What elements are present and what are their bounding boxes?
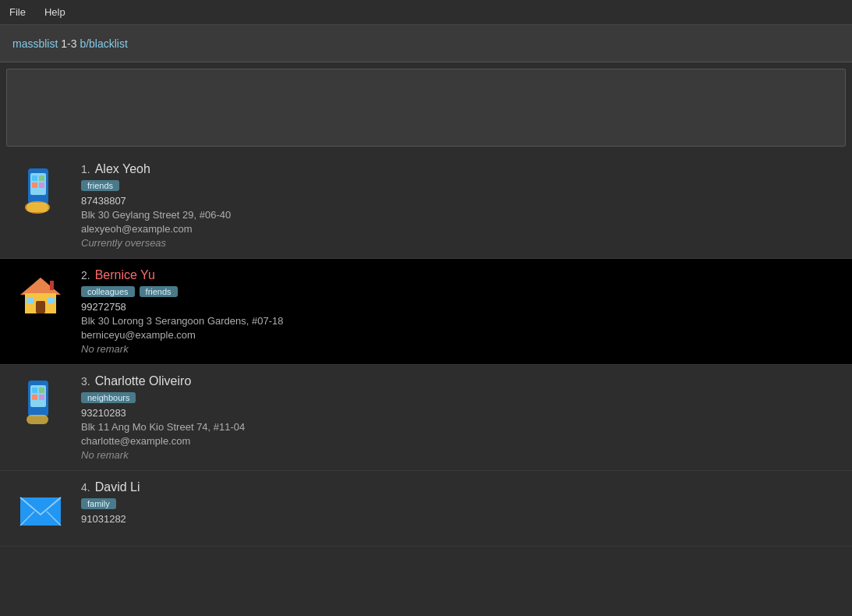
- contact-phone: 99272758: [81, 301, 840, 313]
- svg-rect-17: [32, 388, 37, 393]
- tag-neighbours: neighbours: [81, 392, 136, 403]
- contact-index: 1.: [81, 163, 90, 175]
- tag-friends: friends: [140, 286, 178, 297]
- svg-rect-18: [39, 388, 44, 393]
- contact-phone: 87438807: [81, 195, 840, 207]
- contact-remark: No remark: [81, 449, 840, 461]
- contact-info: 2. Bernice Yu colleagues friends 9927275…: [81, 268, 840, 355]
- contact-address: Blk 30 Lorong 3 Serangoon Gardens, #07-1…: [81, 315, 840, 327]
- svg-rect-3: [27, 203, 48, 212]
- contact-list: 1. Alex Yeoh friends 87438807 Blk 30 Gey…: [0, 153, 852, 547]
- contact-phone: 93210283: [81, 407, 840, 419]
- menu-bar: File Help: [0, 0, 852, 25]
- contact-tags: neighbours: [81, 392, 840, 403]
- preview-area: [6, 69, 846, 147]
- svg-rect-19: [32, 395, 37, 400]
- breadcrumb-bar: massblist 1-3 b/blacklist: [0, 25, 852, 62]
- svg-rect-5: [39, 175, 44, 181]
- table-row[interactable]: 1. Alex Yeoh friends 87438807 Blk 30 Gey…: [0, 153, 852, 259]
- breadcrumb-range: 1-3: [58, 37, 80, 50]
- contact-index: 4.: [81, 481, 90, 494]
- svg-rect-20: [39, 395, 44, 400]
- contact-info: 1. Alex Yeoh friends 87438807 Blk 30 Gey…: [81, 162, 840, 249]
- phone-icon: [16, 377, 65, 427]
- house-icon: [16, 271, 65, 321]
- svg-rect-10: [36, 301, 45, 313]
- tag-family: family: [81, 498, 116, 509]
- contact-tags: friends: [81, 180, 840, 191]
- contact-info: 4. David Li family 91031282: [81, 480, 840, 525]
- contact-name: David Li: [95, 480, 140, 494]
- svg-rect-11: [27, 297, 34, 303]
- avatar: [12, 162, 69, 218]
- breadcrumb: massblist 1-3 b/blacklist: [12, 37, 128, 50]
- contact-email: charlotte@example.com: [81, 435, 840, 447]
- contact-remark: No remark: [81, 343, 840, 355]
- contact-name: Alex Yeoh: [95, 162, 150, 176]
- avatar: [12, 374, 69, 430]
- svg-rect-4: [32, 175, 37, 181]
- avatar: [12, 480, 69, 536]
- contact-info: 3. Charlotte Oliveiro neighbours 9321028…: [81, 374, 840, 461]
- svg-rect-12: [48, 297, 55, 303]
- contact-address: Blk 30 Geylang Street 29, #06-40: [81, 209, 840, 221]
- svg-rect-7: [39, 182, 44, 188]
- tag-colleagues: colleagues: [81, 286, 135, 297]
- menu-file[interactable]: File: [6, 5, 29, 19]
- contact-email: berniceyu@example.com: [81, 329, 840, 341]
- svg-marker-8: [20, 278, 61, 295]
- contact-header: 1. Alex Yeoh: [81, 162, 840, 176]
- contact-remark: Currently overseas: [81, 237, 840, 249]
- contact-phone: 91031282: [81, 513, 840, 525]
- table-row[interactable]: 3. Charlotte Oliveiro neighbours 9321028…: [0, 365, 852, 471]
- contact-header: 2. Bernice Yu: [81, 268, 840, 282]
- menu-help[interactable]: Help: [41, 5, 69, 19]
- breadcrumb-massblist[interactable]: massblist: [12, 37, 58, 50]
- tag-friends: friends: [81, 180, 119, 191]
- contact-address: Blk 11 Ang Mo Kio Street 74, #11-04: [81, 421, 840, 433]
- svg-rect-13: [50, 281, 54, 290]
- contact-name: Charlotte Oliveiro: [95, 374, 192, 388]
- contact-name: Bernice Yu: [95, 268, 155, 282]
- envelope-icon: [16, 483, 65, 533]
- svg-rect-6: [32, 182, 37, 188]
- avatar: [12, 268, 69, 324]
- contact-tags: colleagues friends: [81, 286, 840, 297]
- contact-header: 3. Charlotte Oliveiro: [81, 374, 840, 388]
- contact-email: alexyeoh@example.com: [81, 223, 840, 235]
- contact-index: 3.: [81, 375, 90, 388]
- phone-icon: [16, 165, 65, 215]
- svg-rect-16: [27, 415, 48, 424]
- contact-index: 2.: [81, 269, 90, 281]
- table-row[interactable]: 2. Bernice Yu colleagues friends 9927275…: [0, 259, 852, 365]
- contact-header: 4. David Li: [81, 480, 840, 494]
- breadcrumb-blacklist[interactable]: b/blacklist: [80, 37, 127, 50]
- table-row[interactable]: 4. David Li family 91031282: [0, 471, 852, 547]
- contact-tags: family: [81, 498, 840, 509]
